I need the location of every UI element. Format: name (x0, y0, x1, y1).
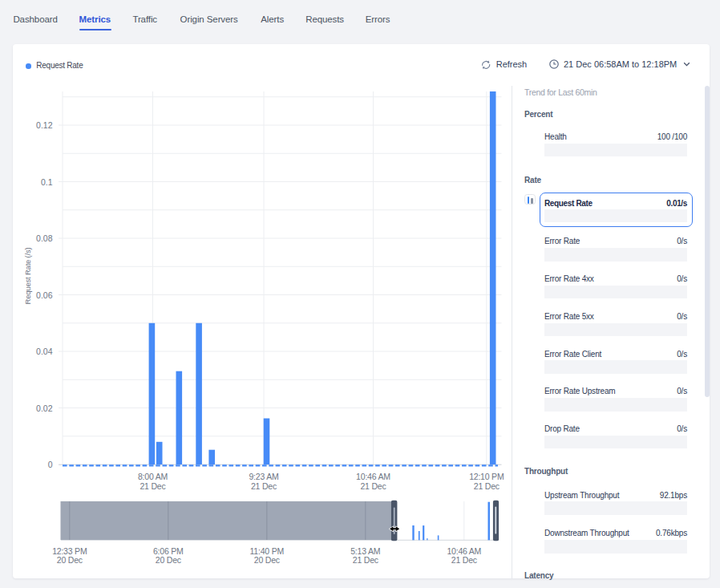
svg-text:20 Dec: 20 Dec (254, 555, 280, 565)
svg-text:9:23 AM: 9:23 AM (249, 472, 278, 481)
svg-text:21 Dec: 21 Dec (251, 481, 277, 491)
svg-text:20 Dec: 20 Dec (156, 555, 181, 565)
svg-text:20 Dec: 20 Dec (57, 555, 83, 565)
svg-text:21 Dec: 21 Dec (360, 481, 386, 491)
svg-text:21 Dec: 21 Dec (474, 481, 500, 491)
svg-text:12:33 PM: 12:33 PM (52, 546, 87, 556)
svg-text:6:06 PM: 6:06 PM (153, 546, 184, 556)
svg-text:0.12: 0.12 (36, 120, 53, 130)
svg-text:10:46 AM: 10:46 AM (447, 546, 481, 556)
svg-text:0.04: 0.04 (36, 347, 53, 356)
svg-text:Request Rate (/s): Request Rate (/s) (23, 247, 32, 304)
svg-text:5:13 AM: 5:13 AM (350, 546, 380, 556)
svg-text:21 Dec: 21 Dec (140, 481, 165, 491)
svg-text:8:00 AM: 8:00 AM (138, 472, 168, 481)
svg-text:11:40 PM: 11:40 PM (250, 546, 285, 556)
svg-text:0.02: 0.02 (36, 403, 53, 413)
svg-text:0.1: 0.1 (41, 177, 53, 187)
svg-text:0.06: 0.06 (36, 290, 53, 300)
svg-text:21 Dec: 21 Dec (451, 555, 477, 565)
svg-text:0.08: 0.08 (36, 233, 53, 243)
svg-text:12:10 PM: 12:10 PM (469, 472, 504, 481)
svg-text:21 Dec: 21 Dec (353, 555, 378, 565)
svg-text:0: 0 (48, 460, 53, 469)
svg-text:10:46 AM: 10:46 AM (356, 472, 390, 481)
